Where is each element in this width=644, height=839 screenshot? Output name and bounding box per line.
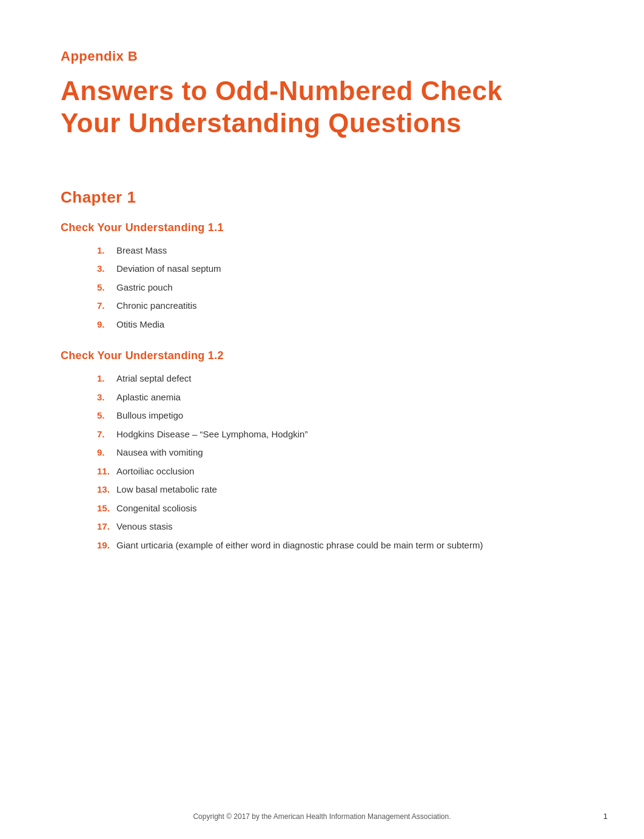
item-number: 1. xyxy=(97,244,116,258)
page: Appendix B Answers to Odd-Numbered Check… xyxy=(0,0,644,839)
list-item: 3.Aplastic anemia xyxy=(97,391,583,405)
item-number: 5. xyxy=(97,281,116,295)
item-text: Atrial septal defect xyxy=(116,372,191,386)
main-title: Answers to Odd-Numbered Check Your Under… xyxy=(61,75,583,140)
item-text: Giant urticaria (example of either word … xyxy=(116,539,483,553)
item-text: Bullous impetigo xyxy=(116,409,183,423)
item-text: Low basal metabolic rate xyxy=(116,483,217,497)
item-text: Nausea with vomiting xyxy=(116,446,203,460)
list-item: 9.Otitis Media xyxy=(97,318,583,332)
appendix-label: Appendix B xyxy=(61,49,583,64)
list-item: 5.Gastric pouch xyxy=(97,281,583,295)
list-item: 17.Venous stasis xyxy=(97,520,583,534)
copyright-text: Copyright © 2017 by the American Health … xyxy=(193,812,451,821)
list-item: 7.Hodgkins Disease – “See Lymphoma, Hodg… xyxy=(97,428,583,442)
item-text: Gastric pouch xyxy=(116,281,173,295)
main-title-line1: Answers to Odd-Numbered Check xyxy=(61,76,502,106)
section-1-title: Check Your Understanding 1.1 xyxy=(61,221,583,234)
item-text: Deviation of nasal septum xyxy=(116,262,221,276)
section-2-title: Check Your Understanding 1.2 xyxy=(61,349,583,362)
page-number: 1 xyxy=(603,812,608,821)
main-title-line2: Your Understanding Questions xyxy=(61,108,461,138)
list-item: 1.Atrial septal defect xyxy=(97,372,583,386)
item-number: 9. xyxy=(97,318,116,332)
item-number: 15. xyxy=(97,502,116,516)
list-item: 5.Bullous impetigo xyxy=(97,409,583,423)
item-text: Congenital scoliosis xyxy=(116,502,197,516)
item-number: 17. xyxy=(97,520,116,534)
section-2: Check Your Understanding 1.2 1.Atrial se… xyxy=(61,349,583,552)
item-text: Chronic pancreatitis xyxy=(116,299,197,313)
list-item: 15.Congenital scoliosis xyxy=(97,502,583,516)
item-number: 9. xyxy=(97,446,116,460)
section-2-list: 1.Atrial septal defect3.Aplastic anemia5… xyxy=(97,372,583,552)
item-number: 5. xyxy=(97,409,116,423)
item-number: 1. xyxy=(97,372,116,386)
list-item: 3.Deviation of nasal septum xyxy=(97,262,583,276)
chapter-title: Chapter 1 xyxy=(61,188,583,207)
item-number: 11. xyxy=(97,465,116,479)
list-item: 13.Low basal metabolic rate xyxy=(97,483,583,497)
section-1-list: 1.Breast Mass3.Deviation of nasal septum… xyxy=(97,244,583,332)
item-text: Hodgkins Disease – “See Lymphoma, Hodgki… xyxy=(116,428,307,442)
list-item: 7.Chronic pancreatitis xyxy=(97,299,583,313)
item-number: 7. xyxy=(97,299,116,313)
item-text: Breast Mass xyxy=(116,244,167,258)
list-item: 9.Nausea with vomiting xyxy=(97,446,583,460)
item-number: 3. xyxy=(97,391,116,405)
section-1: Check Your Understanding 1.1 1.Breast Ma… xyxy=(61,221,583,332)
item-number: 19. xyxy=(97,539,116,553)
item-text: Otitis Media xyxy=(116,318,164,332)
item-text: Venous stasis xyxy=(116,520,173,534)
item-number: 3. xyxy=(97,262,116,276)
footer: Copyright © 2017 by the American Health … xyxy=(0,812,644,821)
item-number: 13. xyxy=(97,483,116,497)
item-text: Aortoiliac occlusion xyxy=(116,465,194,479)
item-text: Aplastic anemia xyxy=(116,391,181,405)
list-item: 19.Giant urticaria (example of either wo… xyxy=(97,539,583,553)
list-item: 1.Breast Mass xyxy=(97,244,583,258)
list-item: 11.Aortoiliac occlusion xyxy=(97,465,583,479)
item-number: 7. xyxy=(97,428,116,442)
